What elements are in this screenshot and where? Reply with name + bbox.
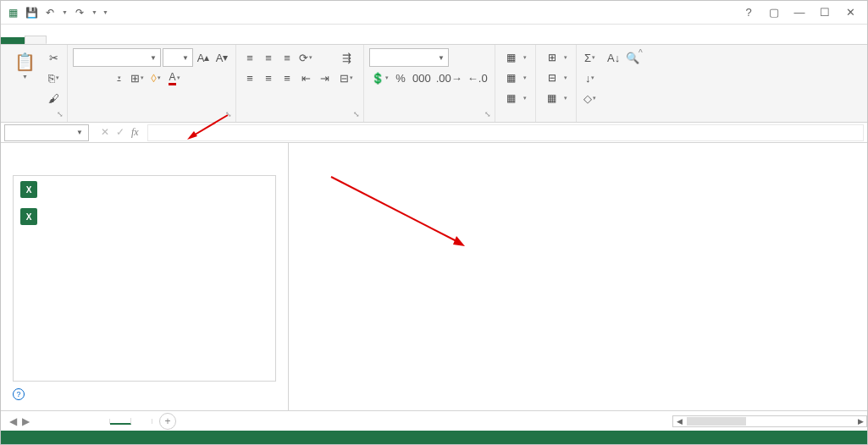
font-size-combo[interactable]: ▼ [163,48,193,67]
close-icon[interactable]: ✕ [840,6,860,19]
maximize-icon[interactable]: ☐ [815,6,835,19]
formula-input[interactable] [147,124,864,141]
paste-button[interactable]: 📋 ▼ [6,47,43,83]
conditional-formatting-button[interactable]: ▦▾ [500,48,530,67]
spreadsheet-grid[interactable] [289,143,867,410]
merge-center-icon[interactable]: ⊟▾ [334,69,358,87]
undo-dropdown-icon[interactable]: ▼ [60,9,69,15]
tab-data[interactable] [113,36,135,44]
format-cells-icon: ▦ [545,92,560,104]
conditional-formatting-icon: ▦ [504,52,519,63]
decrease-decimal-icon[interactable]: ←.0 [466,69,489,87]
italic-button[interactable] [91,69,108,87]
recovery-help-link[interactable]: ? [13,382,276,407]
redo-icon[interactable]: ↷ [71,4,88,21]
group-styles-label [500,118,530,122]
align-right-icon[interactable]: ≡ [279,69,296,87]
orientation-icon[interactable]: ⟳▾ [297,48,314,67]
excel-icon[interactable]: ▦ [4,4,21,21]
ribbon-toggle-icon[interactable]: ▢ [764,6,784,19]
save-icon[interactable]: 💾 [23,4,40,21]
format-cells-button[interactable]: ▦▾ [541,89,571,107]
align-bottom-icon[interactable]: ≡ [279,48,296,67]
minimize-icon[interactable]: — [789,6,810,19]
formula-bar: ▼ ✕ ✓ fx [1,123,867,143]
redo-dropdown-icon[interactable]: ▼ [90,9,99,15]
wrap-text-icon[interactable]: ⇶ [334,48,358,67]
title-bar: ▦ 💾 ↶▼ ↷▼ ▼ ? ▢ — ☐ ✕ [1,1,867,25]
fill-color-icon[interactable]: ◊▾ [147,69,164,87]
sheet-nav[interactable]: ◀▶ [1,415,38,427]
cancel-formula-icon[interactable]: ✕ [101,126,109,139]
undo-icon[interactable]: ↶ [41,4,58,21]
tab-formulas[interactable] [91,36,113,44]
cell-styles-button[interactable]: ▦▾ [500,89,530,107]
clipboard-launcher-icon[interactable]: ⤡ [55,110,65,120]
align-center-icon[interactable]: ≡ [260,69,277,87]
delete-cells-icon: ⊟ [545,72,560,84]
format-as-table-icon: ▦ [504,72,519,84]
autosum-icon[interactable]: Σ▾ [582,48,599,67]
ribbon-tabs [1,25,867,45]
delete-cells-button[interactable]: ⊟▾ [541,69,571,87]
alignment-launcher-icon[interactable]: ⤡ [351,110,362,120]
tab-view[interactable] [157,36,179,44]
group-clipboard-label [6,118,62,122]
sheet-tab[interactable] [110,418,131,425]
new-sheet-icon[interactable]: + [159,413,176,430]
status-bar [1,431,867,445]
font-name-combo[interactable]: ▼ [73,48,161,67]
paste-dropdown-icon[interactable]: ▼ [22,74,28,80]
sort-filter-icon[interactable]: A↓ [605,48,622,67]
document-recovery-pane: X X ? [1,143,289,410]
comma-icon[interactable]: 000 [411,69,433,87]
currency-icon[interactable]: 💲▾ [369,69,390,87]
tab-file[interactable] [1,37,25,44]
border-icon[interactable]: ⊞▾ [129,69,146,87]
sign-in-link[interactable] [847,37,867,44]
sheet-tab[interactable] [131,419,152,424]
increase-font-icon[interactable]: A▴ [195,48,212,67]
horizontal-scrollbar[interactable]: ◀▶ [672,415,867,427]
font-launcher-icon[interactable]: ⤡ [224,110,234,120]
recovery-file-item[interactable]: X [14,176,275,203]
window-controls: ? ▢ — ☐ ✕ [732,6,867,19]
decrease-indent-icon[interactable]: ⇤ [297,69,314,87]
number-launcher-icon[interactable]: ⤡ [483,110,493,120]
font-color-icon[interactable]: A▾ [166,69,183,87]
number-format-combo[interactable]: ▼ [369,48,449,67]
align-left-icon[interactable]: ≡ [241,69,258,87]
insert-function-icon[interactable]: fx [131,126,139,139]
quick-access-toolbar: ▦ 💾 ↶▼ ↷▼ ▼ [1,4,113,21]
cut-icon[interactable]: ✂ [45,48,62,67]
underline-button[interactable]: ▾ [110,69,127,87]
name-box[interactable]: ▼ [4,124,89,141]
increase-decimal-icon[interactable]: .00→ [434,69,464,87]
tab-home[interactable] [25,36,47,44]
tab-insert[interactable] [47,36,69,44]
collapse-ribbon-icon[interactable]: ^ [639,48,643,58]
help-icon[interactable]: ? [738,6,759,19]
recovery-file-item[interactable]: X [14,203,275,230]
percent-icon[interactable]: % [392,69,409,87]
tab-page-layout[interactable] [69,36,91,44]
insert-cells-button[interactable]: ⊞▾ [541,48,571,67]
align-top-icon[interactable]: ≡ [241,48,258,67]
decrease-font-icon[interactable]: A▾ [213,48,230,67]
fill-icon[interactable]: ↓▾ [582,69,599,87]
clear-icon[interactable]: ◇▾ [582,89,599,107]
group-alignment-label [241,118,358,122]
format-as-table-button[interactable]: ▦▾ [500,69,530,87]
format-painter-icon[interactable]: 🖌 [45,89,62,107]
bold-button[interactable] [73,69,90,87]
align-middle-icon[interactable]: ≡ [260,48,277,67]
qat-customize-icon[interactable]: ▼ [101,9,110,15]
increase-indent-icon[interactable]: ⇥ [316,69,333,87]
enter-formula-icon[interactable]: ✓ [116,126,124,139]
sheet-tab[interactable] [89,419,110,424]
group-font-label [73,118,230,122]
copy-icon[interactable]: ⎘▾ [45,69,62,87]
group-font: ▼ ▼ A▴ A▾ ▾ ⊞▾ ◊▾ A▾ ⤡ [68,45,236,122]
tab-review[interactable] [135,36,157,44]
recovery-file-list: X X [13,175,276,382]
